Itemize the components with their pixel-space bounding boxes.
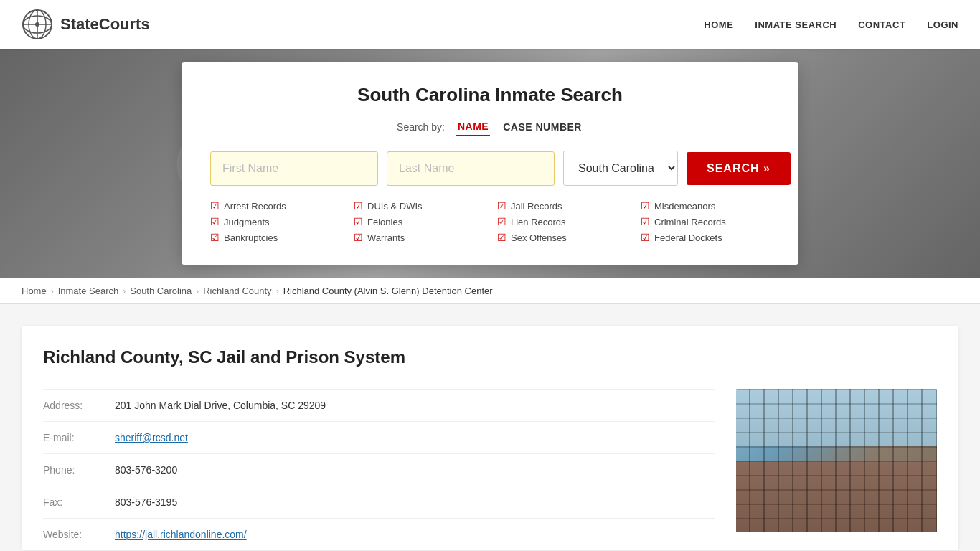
- fax-value: 803-576-3195: [115, 496, 177, 508]
- checkbox-duis-dwis: ☑ DUIs & DWIs: [354, 200, 483, 212]
- content-with-photo: Address: 201 John Mark Dial Drive, Colum…: [43, 389, 937, 550]
- tab-name[interactable]: NAME: [456, 118, 490, 136]
- breadcrumb-home[interactable]: Home: [22, 286, 47, 296]
- logo-text: StateCourts: [60, 15, 150, 34]
- checkbox-label: Arrest Records: [224, 201, 286, 212]
- check-icon: ☑: [210, 216, 220, 227]
- breadcrumb-south-carolina[interactable]: South Carolina: [130, 286, 192, 296]
- search-inputs-row: South Carolina SEARCH »: [210, 151, 770, 186]
- phone-value: 803-576-3200: [115, 464, 177, 476]
- breadcrumb-richland-county[interactable]: Richland County: [203, 286, 271, 296]
- website-link[interactable]: https://jail.richlandonline.com/: [115, 529, 247, 540]
- checkbox-misdemeanors: ☑ Misdemeanors: [641, 200, 770, 212]
- checkbox-warrants: ☑ Warrants: [354, 232, 483, 243]
- main-nav: HOME INMATE SEARCH CONTACT LOGIN: [704, 19, 958, 30]
- search-card-title: South Carolina Inmate Search: [210, 84, 770, 106]
- email-label: E-mail:: [43, 432, 115, 443]
- nav-login[interactable]: LOGIN: [927, 19, 958, 30]
- checkbox-criminal-records: ☑ Criminal Records: [641, 216, 770, 227]
- checkbox-judgments: ☑ Judgments: [210, 216, 339, 227]
- check-icon: ☑: [354, 232, 363, 243]
- checkbox-label: Misdemeanors: [654, 201, 715, 212]
- content-card: Richland County, SC Jail and Prison Syst…: [22, 326, 958, 550]
- phone-label: Phone:: [43, 464, 115, 476]
- info-section: Address: 201 John Mark Dial Drive, Colum…: [43, 389, 715, 550]
- checkbox-label: Lien Records: [511, 217, 566, 227]
- website-label: Website:: [43, 529, 115, 540]
- breadcrumb-sep: ›: [123, 286, 126, 296]
- checkbox-label: Warrants: [367, 232, 405, 243]
- checkbox-label: Criminal Records: [654, 217, 726, 227]
- checkbox-federal-dockets: ☑ Federal Dockets: [641, 232, 770, 243]
- phone-row: Phone: 803-576-3200: [43, 453, 715, 486]
- breadcrumb: Home › Inmate Search › South Carolina › …: [0, 278, 980, 304]
- address-label: Address:: [43, 400, 115, 411]
- logo-area[interactable]: StateCourts: [22, 9, 150, 40]
- state-select[interactable]: South Carolina: [563, 151, 678, 186]
- tab-case-number[interactable]: CASE NUMBER: [501, 118, 583, 136]
- checkbox-label: Bankruptcies: [224, 232, 278, 243]
- check-icon: ☑: [497, 200, 507, 212]
- check-icon: ☑: [641, 232, 650, 243]
- breadcrumb-current: Richland County (Alvin S. Glenn) Detenti…: [283, 286, 493, 296]
- search-button[interactable]: SEARCH »: [687, 152, 791, 185]
- checkbox-label: Sex Offenses: [511, 232, 567, 243]
- checkbox-felonies: ☑ Felonies: [354, 216, 483, 227]
- nav-contact[interactable]: CONTACT: [858, 19, 905, 30]
- photo-fence: [736, 389, 937, 532]
- facility-photo: [736, 389, 937, 532]
- search-card: South Carolina Inmate Search Search by: …: [182, 62, 798, 265]
- logo-icon: [22, 9, 53, 40]
- checkbox-jail-records: ☑ Jail Records: [497, 200, 626, 212]
- check-icon: ☑: [497, 216, 507, 227]
- hero-section: COURTHOUSE South Carolina Inmate Search …: [0, 49, 980, 278]
- website-row: Website: https://jail.richlandonline.com…: [43, 518, 715, 550]
- check-icon: ☑: [354, 216, 363, 227]
- checkbox-arrest-records: ☑ Arrest Records: [210, 200, 339, 212]
- email-row: E-mail: sheriff@rcsd.net: [43, 421, 715, 453]
- breadcrumb-sep: ›: [276, 286, 279, 296]
- checkbox-label: DUIs & DWIs: [367, 201, 423, 212]
- check-icon: ☑: [354, 200, 363, 212]
- check-icon: ☑: [641, 200, 650, 212]
- last-name-input[interactable]: [387, 151, 555, 186]
- search-by-row: Search by: NAME CASE NUMBER: [210, 118, 770, 136]
- first-name-input[interactable]: [210, 151, 378, 186]
- search-by-label: Search by:: [397, 121, 445, 133]
- checkbox-label: Felonies: [367, 217, 402, 227]
- breadcrumb-inmate-search[interactable]: Inmate Search: [58, 286, 119, 296]
- check-icon: ☑: [497, 232, 507, 243]
- email-link[interactable]: sheriff@rcsd.net: [115, 432, 188, 443]
- fax-label: Fax:: [43, 496, 115, 508]
- checkboxes-grid: ☑ Arrest Records ☑ DUIs & DWIs ☑ Jail Re…: [210, 200, 770, 243]
- breadcrumb-sep: ›: [51, 286, 54, 296]
- breadcrumb-sep: ›: [196, 286, 199, 296]
- checkbox-lien-records: ☑ Lien Records: [497, 216, 626, 227]
- address-value: 201 John Mark Dial Drive, Columbia, SC 2…: [115, 400, 326, 411]
- checkbox-label: Federal Dockets: [654, 232, 722, 243]
- checkbox-label: Judgments: [224, 217, 270, 227]
- facility-title: Richland County, SC Jail and Prison Syst…: [43, 347, 937, 367]
- checkbox-bankruptcies: ☑ Bankruptcies: [210, 232, 339, 243]
- main-content: Richland County, SC Jail and Prison Syst…: [0, 304, 980, 551]
- check-icon: ☑: [210, 232, 220, 243]
- checkbox-sex-offenses: ☑ Sex Offenses: [497, 232, 626, 243]
- check-icon: ☑: [641, 216, 650, 227]
- fax-row: Fax: 803-576-3195: [43, 486, 715, 518]
- nav-inmate-search[interactable]: INMATE SEARCH: [755, 19, 837, 30]
- check-icon: ☑: [210, 200, 220, 212]
- address-row: Address: 201 John Mark Dial Drive, Colum…: [43, 389, 715, 421]
- nav-home[interactable]: HOME: [704, 19, 733, 30]
- checkbox-label: Jail Records: [511, 201, 562, 212]
- site-header: StateCourts HOME INMATE SEARCH CONTACT L…: [0, 0, 980, 49]
